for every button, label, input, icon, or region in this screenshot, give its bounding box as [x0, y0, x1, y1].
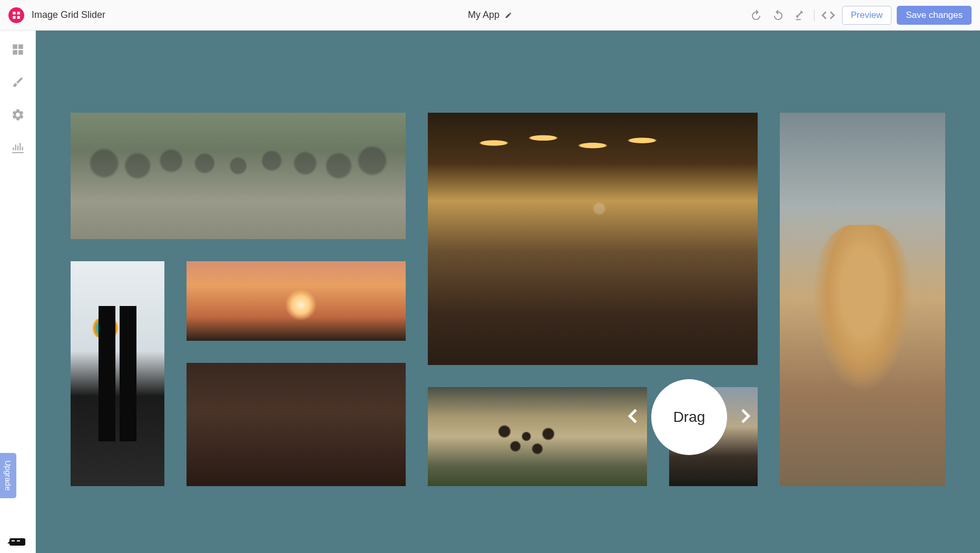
svg-rect-8 [9, 538, 25, 546]
toolbar-right: Preview Save changes [748, 6, 972, 25]
brush-icon[interactable] [11, 75, 25, 90]
analytics-icon[interactable] [11, 140, 25, 155]
svg-rect-6 [13, 50, 17, 55]
save-changes-button[interactable]: Save changes [897, 6, 972, 25]
edit-icon[interactable] [505, 12, 512, 19]
grid-icon[interactable] [11, 42, 25, 57]
gallery-image-leopard[interactable] [428, 387, 647, 486]
chevron-right-icon[interactable] [734, 406, 756, 429]
gear-icon[interactable] [11, 107, 25, 122]
svg-rect-4 [13, 44, 17, 49]
gallery-image-skis[interactable] [71, 261, 164, 486]
upgrade-button[interactable]: Upgrade [0, 453, 16, 498]
redo-icon[interactable] [770, 7, 787, 24]
preview-button[interactable]: Preview [842, 6, 891, 25]
svg-rect-3 [17, 16, 20, 18]
page-title: Image Grid Slider [32, 9, 105, 21]
gallery-image-sunset[interactable] [187, 261, 406, 341]
gallery-image-wine-toast[interactable] [187, 363, 406, 486]
gallery-image-feast[interactable] [428, 113, 758, 365]
svg-rect-0 [13, 12, 15, 14]
assistant-icon[interactable] [5, 536, 27, 548]
svg-rect-2 [13, 16, 15, 18]
editor-canvas[interactable]: Drag [36, 31, 980, 553]
gallery-image-dog[interactable] [780, 113, 945, 486]
hammer-icon[interactable] [792, 7, 809, 24]
svg-rect-9 [12, 540, 15, 541]
drag-label: Drag [673, 409, 705, 426]
app-name: My App [468, 9, 499, 21]
toolbar-divider [814, 9, 815, 21]
svg-rect-1 [17, 12, 20, 14]
drag-handle[interactable]: Drag [651, 379, 727, 455]
chevron-left-icon[interactable] [623, 406, 644, 429]
app-logo-icon[interactable] [8, 7, 24, 23]
top-toolbar: Image Grid Slider My App Preview Save ch… [0, 0, 980, 31]
code-icon[interactable] [820, 7, 837, 24]
svg-rect-5 [18, 44, 23, 49]
gallery-image-group-photo[interactable] [71, 113, 406, 239]
svg-rect-7 [18, 50, 23, 55]
undo-icon[interactable] [748, 7, 765, 24]
slider-drag-control: Drag [623, 379, 756, 455]
svg-rect-10 [17, 540, 20, 541]
toolbar-center: My App [468, 9, 512, 21]
toolbar-left: Image Grid Slider [8, 7, 105, 23]
